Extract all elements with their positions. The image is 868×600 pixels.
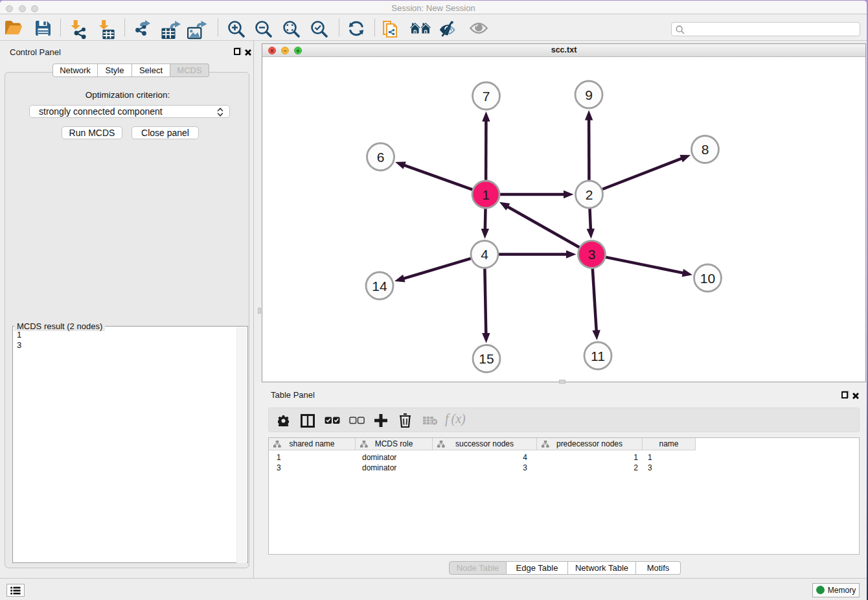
svg-text:14: 14 bbox=[372, 279, 387, 294]
svg-text:8: 8 bbox=[702, 142, 709, 157]
svg-text:11: 11 bbox=[591, 349, 605, 363]
svg-text:15: 15 bbox=[479, 351, 494, 366]
svg-text:6: 6 bbox=[377, 150, 385, 165]
svg-text:3: 3 bbox=[588, 247, 596, 262]
svg-text:2: 2 bbox=[586, 187, 593, 202]
svg-text:10: 10 bbox=[700, 271, 715, 286]
svg-text:9: 9 bbox=[585, 87, 593, 102]
svg-text:1: 1 bbox=[482, 187, 490, 202]
svg-text:4: 4 bbox=[481, 247, 488, 262]
svg-text:7: 7 bbox=[483, 89, 490, 104]
